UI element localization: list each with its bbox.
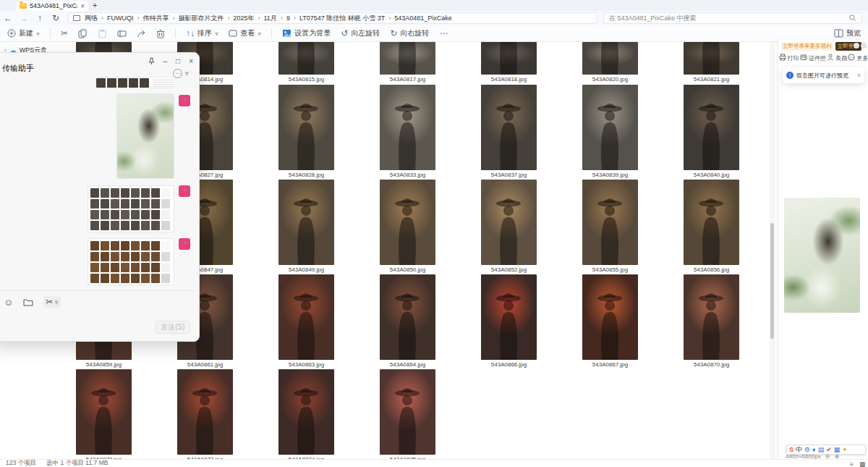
skin-icon[interactable]: ✔ [826, 445, 832, 454]
tip-close-icon[interactable]: × [857, 72, 861, 79]
mini-thumbnail [151, 199, 160, 209]
photo-preview[interactable] [784, 198, 860, 313]
mini-thumbnail [129, 78, 138, 88]
mic-icon[interactable]: ♦ [812, 445, 816, 454]
file-name: 543A0828.jpg [278, 172, 334, 178]
file-item[interactable]: 543A0840.jpg [684, 85, 739, 178]
emoji-button[interactable]: ☺ [4, 297, 13, 308]
mini-thumbnail [111, 210, 119, 219]
pixcake-tool-printer[interactable]: 打印 [779, 54, 799, 62]
photo-thumbnail[interactable] [380, 42, 435, 75]
file-item[interactable]: 543A0864.jpg [380, 274, 435, 368]
file-item[interactable]: 543A0821.jpg [684, 42, 739, 83]
photo-thumbnail[interactable] [684, 180, 739, 265]
file-item[interactable]: 543A0875.jpg [380, 369, 435, 463]
file-item[interactable]: 543A0856.jpg [684, 180, 739, 273]
pixcake-tool-face[interactable]: 美颜 [827, 54, 847, 62]
file-item[interactable]: 543A0849.jpg [278, 180, 334, 273]
mini-thumbnail [90, 199, 99, 209]
photo-thumbnail[interactable] [278, 42, 334, 75]
sogou-logo-icon[interactable]: S [789, 445, 793, 454]
preview-toggle-button[interactable]: 预览 [834, 28, 861, 38]
file-item[interactable]: 543A0872.jpg [76, 369, 132, 463]
photo-thumbnail[interactable] [278, 85, 334, 170]
sent-photo-message[interactable] [116, 93, 174, 179]
file-item[interactable]: 543A0817.jpg [380, 42, 435, 83]
file-item[interactable]: 543A0818.jpg [481, 42, 537, 83]
file-item[interactable]: 543A0833.jpg [380, 85, 435, 178]
file-item[interactable]: 543A0866.jpg [481, 274, 537, 368]
photo-thumbnail[interactable] [582, 180, 638, 265]
photo-thumbnail[interactable] [278, 369, 334, 455]
photo-thumbnail[interactable] [582, 85, 638, 170]
photo-thumbnail[interactable] [684, 274, 739, 360]
sent-image-strip[interactable] [95, 77, 174, 88]
sogou-input-toolbar[interactable]: S 中 ⚙ ♦ ▤ ✔ ▦ ✦ [786, 445, 866, 455]
wrench-icon[interactable]: ✦ [842, 445, 848, 454]
mini-thumbnail [121, 252, 129, 261]
pixcake-tool-idcard[interactable]: 证件照 [800, 54, 826, 62]
mini-thumbnail [90, 263, 99, 272]
file-item[interactable]: 543A0855.jpg [582, 180, 638, 273]
photo-thumbnail[interactable] [582, 42, 638, 75]
mini-thumbnail [101, 263, 109, 272]
file-item[interactable]: 543A0839.jpg [582, 85, 638, 178]
toolbox-icon[interactable]: ▦ [834, 445, 841, 454]
send-file-button[interactable] [23, 298, 33, 306]
file-item[interactable]: 543A0815.jpg [278, 42, 334, 83]
photo-thumbnail[interactable] [481, 85, 537, 170]
photo-thumbnail[interactable] [380, 274, 435, 360]
tip-text: 双击图片可进行预览 [796, 72, 854, 80]
thumbnail-view-button[interactable]: ▦ [859, 460, 865, 467]
maximize-button[interactable]: □ [176, 57, 180, 65]
mini-thumbnail [111, 221, 119, 230]
photo-thumbnail[interactable] [278, 180, 334, 265]
photo-thumbnail[interactable] [684, 42, 739, 75]
list-view-button[interactable]: ≡ [850, 460, 854, 467]
photo-thumbnail[interactable] [481, 274, 537, 360]
photo-thumbnail[interactable] [278, 274, 334, 360]
file-item[interactable]: 543A0874.jpg [278, 369, 334, 463]
scrollbar[interactable] [770, 42, 775, 459]
file-item[interactable]: 543A0852.jpg [481, 180, 537, 273]
input-mode-icon[interactable]: 中 [796, 445, 802, 454]
send-button[interactable]: 发送(S) [156, 321, 190, 334]
file-item[interactable]: 543A0863.jpg [278, 274, 334, 368]
file-item[interactable]: 543A0867.jpg [582, 274, 638, 368]
file-item[interactable]: 543A0873.jpg [177, 369, 233, 463]
photo-thumbnail[interactable] [481, 180, 537, 265]
photo-thumbnail[interactable] [76, 369, 132, 455]
mini-thumbnail [161, 252, 170, 261]
file-item[interactable]: 543A0870.jpg [684, 274, 739, 368]
mini-thumbnail [161, 221, 170, 230]
scissors-icon: ✂ [46, 297, 53, 307]
text-lines [153, 78, 173, 87]
file-item[interactable]: 543A0820.jpg [582, 42, 638, 83]
file-item[interactable]: 543A0828.jpg [278, 85, 334, 178]
photo-thumbnail[interactable] [380, 180, 435, 265]
pixcake-tool-more[interactable]: 更多 [848, 54, 868, 62]
photo-thumbnail[interactable] [684, 85, 739, 170]
info-icon: i [786, 72, 793, 79]
mini-thumbnail [141, 221, 150, 230]
keyboard-icon[interactable]: ▤ [818, 445, 825, 454]
photo-thumbnail[interactable] [481, 42, 537, 75]
panel-window-controls[interactable] [854, 43, 867, 49]
close-button[interactable]: × [189, 57, 193, 65]
photo-thumbnail[interactable] [177, 369, 233, 455]
minimize-button[interactable]: – [163, 57, 168, 65]
mini-thumbnail [121, 241, 129, 251]
mini-thumbnail [161, 241, 170, 251]
file-item[interactable]: 543A0837.jpg [481, 85, 537, 178]
file-item[interactable]: 543A0850.jpg [380, 180, 435, 273]
scrollbar-thumb[interactable] [770, 223, 774, 339]
photo-thumbnail[interactable] [380, 369, 435, 455]
screenshot-button[interactable]: ✂ ▾ [43, 296, 61, 308]
settings-icon[interactable]: ⚙ [804, 445, 810, 454]
sent-contact-sheet[interactable] [88, 238, 174, 285]
photo-thumbnail[interactable] [380, 85, 435, 170]
sent-contact-sheet[interactable] [88, 185, 174, 232]
chat-menu-button[interactable]: ⋯ ▾ [173, 69, 189, 78]
photo-thumbnail[interactable] [582, 274, 638, 360]
pin-icon[interactable] [148, 57, 155, 65]
